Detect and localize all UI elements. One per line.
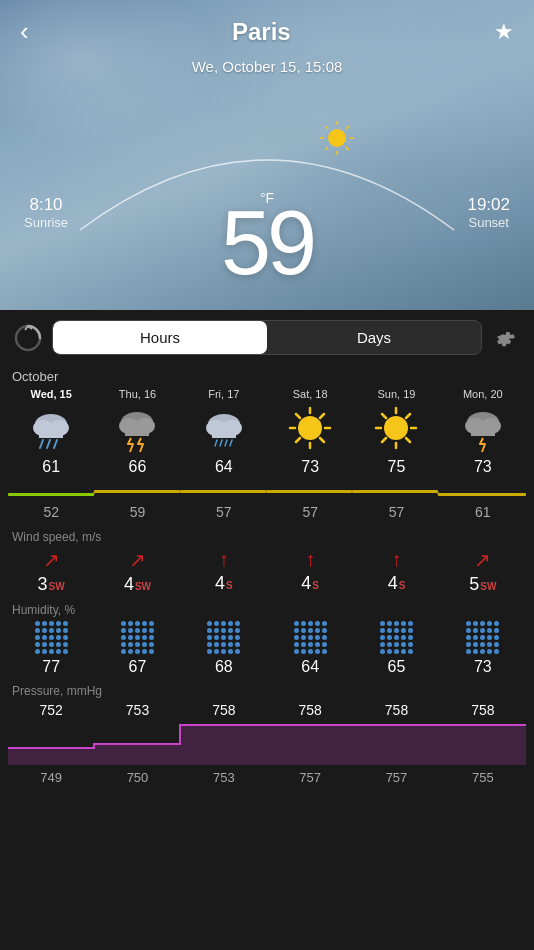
- sunrise-time: 8:10: [24, 195, 68, 215]
- svg-line-16: [40, 440, 43, 448]
- svg-marker-59: [8, 725, 526, 765]
- wind-arrow-4: ↑: [391, 548, 401, 571]
- sunset-time: 19:02: [467, 195, 510, 215]
- weather-icon-4: [370, 402, 422, 454]
- humid-dots-3: [294, 621, 327, 654]
- svg-line-30: [230, 440, 232, 446]
- loading-icon: [12, 322, 44, 354]
- temp-high-1: 66: [94, 456, 180, 478]
- temp-low-2: 57: [181, 502, 267, 522]
- day-name-4: Sun, 19: [378, 388, 416, 400]
- svg-line-48: [382, 438, 386, 442]
- pres-high-5: 758: [440, 702, 526, 718]
- temp-bar-chart: [8, 480, 526, 500]
- pres-low-1: 750: [94, 770, 180, 785]
- wind-col-3: ↑ 4S: [267, 548, 353, 595]
- city-title: Paris: [232, 18, 291, 46]
- temp-high-5: 73: [440, 456, 526, 478]
- pres-high-0: 752: [8, 702, 94, 718]
- pres-high-4: 758: [353, 702, 439, 718]
- wind-speed-3: 4S: [301, 573, 319, 594]
- humid-col-5: 73: [440, 621, 526, 676]
- day-name-5: Mon, 20: [463, 388, 503, 400]
- sunset-info: 19:02 Sunset: [467, 195, 510, 230]
- days-tab[interactable]: Days: [267, 321, 481, 354]
- pres-low-2: 753: [181, 770, 267, 785]
- humid-col-3: 64: [267, 621, 353, 676]
- temp-low-row: 52 59 57 57 57 61: [8, 502, 526, 522]
- pres-high-2: 758: [181, 702, 267, 718]
- pressure-low-row: 749 750 753 757 757 755: [8, 770, 526, 785]
- svg-line-37: [320, 438, 324, 442]
- weather-icon-1: [111, 402, 163, 454]
- svg-rect-15: [39, 430, 63, 438]
- svg-line-39: [296, 438, 300, 442]
- temperature-display: °F 59: [221, 190, 313, 288]
- pressure-section: 752 753 758 758 758 758 749: [0, 702, 534, 793]
- humid-col-0: 77: [8, 621, 94, 676]
- svg-line-8: [346, 147, 349, 150]
- temp-low-0: 52: [8, 502, 94, 522]
- sunrise-info: 8:10 Sunrise: [24, 195, 68, 230]
- hours-tab[interactable]: Hours: [53, 321, 267, 354]
- svg-rect-54: [94, 490, 180, 493]
- sunrise-label: Sunrise: [24, 215, 68, 230]
- svg-line-45: [382, 414, 386, 418]
- temp-low-5: 61: [440, 502, 526, 522]
- wind-speed-5: 5SW: [469, 574, 496, 595]
- month-label: October: [8, 365, 526, 386]
- temp-high-3: 73: [267, 456, 353, 478]
- day-col-5[interactable]: Mon, 20: [440, 386, 526, 456]
- svg-line-17: [47, 440, 50, 448]
- svg-point-40: [384, 416, 408, 440]
- svg-rect-55: [180, 490, 266, 493]
- humid-val-4: 65: [388, 658, 406, 676]
- day-col-3[interactable]: Sat, 18: [267, 386, 353, 456]
- bottom-panel: Hours Days October Wed, 15: [0, 310, 534, 793]
- wind-col-1: ↗ 4SW: [94, 548, 180, 595]
- temp-high-0: 61: [8, 456, 94, 478]
- svg-line-6: [346, 126, 349, 129]
- day-col-1[interactable]: Thu, 16: [94, 386, 180, 456]
- weather-icon-3: [284, 402, 336, 454]
- back-button[interactable]: ‹: [20, 16, 29, 47]
- temp-high-2: 64: [181, 456, 267, 478]
- svg-point-0: [328, 129, 346, 147]
- weather-icon-0: [25, 402, 77, 454]
- pres-low-4: 757: [353, 770, 439, 785]
- day-col-4[interactable]: Sun, 19: [353, 386, 439, 456]
- favorite-button[interactable]: ★: [494, 19, 514, 45]
- pres-low-5: 755: [440, 770, 526, 785]
- day-name-1: Thu, 16: [119, 388, 156, 400]
- wind-arrow-0: ↗: [43, 548, 60, 572]
- pres-high-3: 758: [267, 702, 353, 718]
- svg-line-18: [54, 440, 57, 448]
- svg-line-46: [406, 438, 410, 442]
- svg-rect-26: [212, 430, 236, 438]
- temp-low-4: 57: [353, 502, 439, 522]
- wind-col-2: ↑ 4S: [181, 548, 267, 595]
- humid-col-1: 67: [94, 621, 180, 676]
- wind-col-5: ↗ 5SW: [440, 548, 526, 595]
- day-col-0[interactable]: Wed, 15: [8, 386, 94, 456]
- humid-dots-0: [35, 621, 68, 654]
- svg-line-38: [320, 414, 324, 418]
- sunset-label: Sunset: [467, 215, 510, 230]
- temp-low-1: 59: [94, 502, 180, 522]
- humidity-grid: 77 67 68: [0, 621, 534, 676]
- humid-dots-4: [380, 621, 413, 654]
- humid-val-5: 73: [474, 658, 492, 676]
- day-col-2[interactable]: Fri, 17: [181, 386, 267, 456]
- humid-val-0: 77: [42, 658, 60, 676]
- wind-arrow-5: ↗: [474, 548, 491, 572]
- temp-high-row: 61 66 64 73 75 73: [8, 456, 526, 478]
- pressure-section-label: Pressure, mmHg: [0, 676, 534, 702]
- wind-speed-4: 4S: [388, 573, 406, 594]
- pres-low-3: 757: [267, 770, 353, 785]
- pressure-chart: [8, 720, 526, 770]
- humid-val-2: 68: [215, 658, 233, 676]
- wind-grid: ↗ 3SW ↗ 4SW ↑ 4S ↑ 4S ↑ 4S: [0, 548, 534, 595]
- pres-low-0: 749: [8, 770, 94, 785]
- humid-val-3: 64: [301, 658, 319, 676]
- settings-button[interactable]: [490, 322, 522, 354]
